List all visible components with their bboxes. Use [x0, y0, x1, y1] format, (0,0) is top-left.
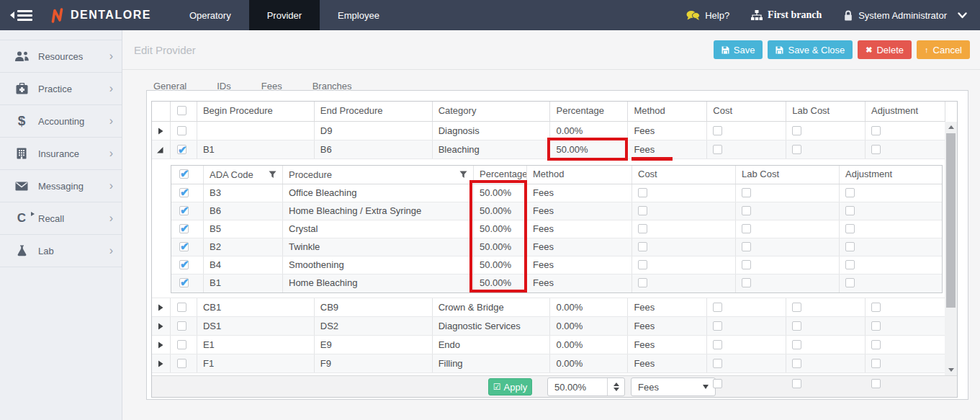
lab-cost-checkbox-cell[interactable] [786, 122, 866, 140]
user-menu[interactable]: System Administrator [843, 10, 967, 21]
cost-checkbox[interactable] [638, 224, 647, 233]
lab-cost-checkbox[interactable] [742, 188, 751, 197]
adjustment-checkbox-cell[interactable] [866, 317, 945, 335]
lab-cost-checkbox[interactable] [792, 126, 801, 135]
adjustment-checkbox[interactable] [871, 340, 881, 349]
row-checkbox-cell[interactable] [171, 336, 197, 354]
expand-toggle[interactable] [152, 317, 171, 335]
column-header-adjustment[interactable]: Adjustment [840, 166, 942, 184]
cost-checkbox-cell[interactable] [707, 336, 786, 354]
lab-cost-checkbox-cell[interactable] [736, 184, 840, 202]
lab-cost-checkbox-cell[interactable] [736, 238, 840, 256]
row-checkbox[interactable] [177, 359, 186, 368]
sidebar-item-accounting[interactable]: $ Accounting › [0, 105, 122, 138]
row-checkbox-cell[interactable] [171, 317, 197, 335]
nav-item-employee[interactable]: Employee [320, 0, 397, 30]
subgrid-select-all-checkbox[interactable] [179, 169, 189, 179]
adjustment-checkbox[interactable] [871, 145, 881, 154]
column-header-adjustment[interactable]: Adjustment [866, 102, 945, 121]
cost-checkbox[interactable] [638, 260, 647, 269]
cancel-button[interactable]: ↑ Cancel [917, 40, 970, 59]
expand-toggle[interactable] [152, 122, 171, 140]
column-header-lab-cost[interactable]: Lab Cost [736, 166, 840, 184]
row-checkbox[interactable] [179, 206, 189, 215]
scroll-down-button[interactable] [945, 365, 957, 375]
sidebar-item-resources[interactable]: Resources › [0, 40, 122, 73]
cost-checkbox-cell[interactable] [632, 184, 736, 202]
adjustment-checkbox-cell[interactable] [840, 256, 942, 274]
sidebar-item-messaging[interactable]: Messaging › [0, 170, 122, 202]
subgrid-row[interactable]: B2 Twinkle 50.00% Fees [171, 238, 942, 256]
select-all-checkbox[interactable] [177, 106, 186, 115]
footer-cost-checkbox[interactable] [713, 379, 722, 388]
adjustment-checkbox[interactable] [845, 188, 855, 197]
lab-cost-checkbox-cell[interactable] [736, 256, 840, 274]
adjustment-checkbox[interactable] [845, 206, 855, 215]
adjustment-checkbox-cell[interactable] [866, 336, 945, 354]
cost-checkbox[interactable] [713, 303, 722, 312]
lab-cost-checkbox[interactable] [742, 242, 751, 251]
adjustment-checkbox-cell[interactable] [840, 238, 942, 256]
spinner-down-icon[interactable] [613, 388, 619, 391]
cost-checkbox[interactable] [713, 321, 722, 331]
delete-button[interactable]: ✖ Delete [858, 40, 912, 59]
subgrid-row[interactable]: B3 Office Bleaching 50.00% Fees [171, 184, 942, 202]
cost-checkbox[interactable] [713, 340, 722, 349]
lab-cost-checkbox-cell[interactable] [786, 317, 866, 335]
column-header-end-procedure[interactable]: End Procedure [315, 102, 433, 121]
lab-cost-checkbox-cell[interactable] [786, 336, 866, 354]
row-checkbox[interactable] [179, 260, 189, 269]
adjustment-checkbox-cell[interactable] [866, 140, 945, 158]
adjustment-checkbox[interactable] [871, 303, 881, 312]
expand-toggle[interactable] [152, 298, 171, 316]
column-header-percentage[interactable]: Percentage [550, 102, 628, 121]
adjustment-checkbox-cell[interactable] [840, 202, 942, 220]
row-checkbox-cell[interactable] [171, 274, 204, 292]
cost-checkbox-cell[interactable] [707, 298, 786, 316]
select-all-checkbox-cell[interactable] [171, 102, 197, 121]
table-row[interactable]: B1 B6 Bleaching 50.00% Fees [152, 140, 945, 159]
table-row[interactable]: DS1 DS2 Diagnostic Services 0.00% Fees [152, 317, 945, 336]
table-row[interactable]: E1 E9 Endo 0.00% Fees [152, 336, 945, 354]
sidebar-item-insurance[interactable]: Insurance › [0, 138, 122, 170]
method-select[interactable]: Fees [631, 377, 716, 396]
subgrid-row[interactable]: B5 Crystal 50.00% Fees [171, 220, 942, 238]
save-button[interactable]: Save [714, 40, 763, 59]
footer-adjustment-checkbox[interactable] [871, 379, 881, 388]
column-header-procedure[interactable]: Procedure [283, 166, 474, 184]
column-header-lab-cost[interactable]: Lab Cost [786, 102, 866, 121]
lab-cost-checkbox-cell[interactable] [786, 140, 866, 158]
lab-cost-checkbox[interactable] [792, 145, 801, 154]
lab-cost-checkbox[interactable] [792, 321, 801, 331]
scrollbar-thumb[interactable] [946, 133, 956, 308]
adjustment-checkbox[interactable] [845, 278, 855, 287]
lab-cost-checkbox-cell[interactable] [736, 220, 840, 238]
lab-cost-checkbox[interactable] [792, 303, 801, 312]
cost-checkbox-cell[interactable] [632, 220, 736, 238]
adjustment-checkbox[interactable] [871, 126, 881, 135]
row-checkbox-cell[interactable] [171, 354, 197, 372]
adjustment-checkbox-cell[interactable] [840, 184, 942, 202]
filter-icon[interactable] [269, 171, 277, 179]
column-header-percentage[interactable]: Percentage [474, 166, 527, 184]
column-header-method[interactable]: Method [628, 102, 707, 121]
row-checkbox[interactable] [177, 126, 186, 135]
lab-cost-checkbox[interactable] [742, 206, 751, 215]
table-row[interactable]: D9 Diagnosis 0.00% Fees [152, 122, 945, 140]
adjustment-checkbox-cell[interactable] [840, 220, 942, 238]
lab-cost-checkbox-cell[interactable] [736, 274, 840, 292]
cost-checkbox[interactable] [713, 359, 722, 368]
row-checkbox[interactable] [179, 224, 189, 233]
footer-lab-cost-checkbox[interactable] [792, 379, 801, 388]
adjustment-checkbox-cell[interactable] [866, 122, 945, 140]
adjustment-checkbox-cell[interactable] [840, 274, 942, 292]
adjustment-checkbox-cell[interactable] [866, 354, 945, 372]
adjustment-checkbox[interactable] [845, 242, 855, 251]
cost-checkbox[interactable] [638, 242, 647, 251]
column-header-cost[interactable]: Cost [707, 102, 786, 121]
row-checkbox-cell[interactable] [171, 220, 204, 238]
adjustment-checkbox[interactable] [871, 321, 881, 331]
cost-checkbox-cell[interactable] [707, 140, 786, 158]
lab-cost-checkbox[interactable] [792, 359, 801, 368]
cost-checkbox-cell[interactable] [632, 238, 736, 256]
